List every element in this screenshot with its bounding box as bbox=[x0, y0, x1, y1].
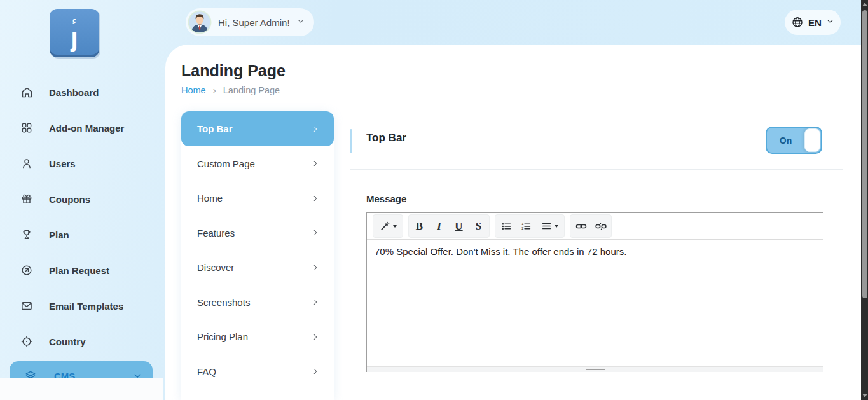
sidebar-item-dashboard[interactable]: Dashboard bbox=[0, 79, 162, 105]
sidebar-item-coupons[interactable]: Coupons bbox=[0, 186, 162, 212]
menu-item-label: Pricing Plan bbox=[197, 331, 248, 342]
gift-icon bbox=[20, 192, 34, 206]
target-icon bbox=[20, 334, 34, 348]
menu-item-label: Screenshots bbox=[197, 297, 250, 308]
sidebar-item-addon-manager[interactable]: Add-on Manager bbox=[0, 115, 162, 141]
menu-item-features[interactable]: Features bbox=[181, 216, 334, 251]
unlink-icon bbox=[595, 220, 607, 233]
menu-item-faq[interactable]: FAQ bbox=[181, 354, 334, 389]
breadcrumb-home-link[interactable]: Home bbox=[181, 85, 206, 95]
scrollbar-up-arrow[interactable] bbox=[861, 0, 868, 9]
strikethrough-button[interactable]: S bbox=[469, 216, 488, 237]
paragraph-group: 12 bbox=[495, 214, 565, 238]
trophy-icon bbox=[20, 228, 34, 242]
menu-item-label: FAQ bbox=[197, 366, 216, 377]
sidebar-item-label: Email Templates bbox=[49, 301, 123, 312]
sidebar-item-users[interactable]: Users bbox=[0, 151, 162, 176]
logo-glyph: ȷ bbox=[71, 25, 78, 50]
grid-icon bbox=[20, 121, 34, 135]
user-menu[interactable]: Hi, Super Admin! bbox=[186, 8, 314, 36]
menu-item-top-bar[interactable]: Top Bar bbox=[181, 111, 334, 146]
menu-item-label: Features bbox=[197, 228, 235, 238]
editor-resize-handle[interactable] bbox=[367, 366, 823, 372]
paragraph-align-button[interactable] bbox=[535, 216, 563, 237]
sidebar-bottom-fade bbox=[0, 378, 163, 400]
sidebar-item-label: Coupons bbox=[49, 194, 90, 205]
envelope-icon bbox=[20, 299, 34, 313]
chevron-down-icon bbox=[826, 17, 834, 28]
caret-down-icon bbox=[555, 225, 558, 228]
language-code: EN bbox=[808, 17, 822, 28]
italic-button[interactable]: I bbox=[429, 216, 449, 237]
numbered-list-icon: 12 bbox=[520, 221, 532, 232]
menu-item-pricing-plan[interactable]: Pricing Plan bbox=[181, 320, 334, 355]
link-icon bbox=[575, 220, 588, 233]
unlink-button[interactable] bbox=[591, 216, 610, 237]
editor-text: 70% Special Offer. Don't Miss it. The of… bbox=[375, 246, 815, 257]
sidebar-item-label: Users bbox=[49, 158, 76, 169]
chevron-right-icon bbox=[311, 159, 320, 168]
sidebar-item-plan[interactable]: Plan bbox=[0, 222, 162, 247]
chevron-right-icon bbox=[311, 333, 320, 341]
screen: ء ȷ Dashboard Add-on Manager Users bbox=[0, 0, 868, 400]
link-group bbox=[570, 214, 612, 238]
home-icon bbox=[20, 85, 34, 99]
underline-button[interactable]: U bbox=[449, 216, 469, 237]
chevron-right-icon bbox=[311, 125, 320, 134]
page-scrollbar[interactable] bbox=[861, 0, 868, 400]
align-icon bbox=[541, 221, 552, 231]
sidebar-item-label: Country bbox=[49, 336, 86, 347]
svg-text:2: 2 bbox=[521, 226, 523, 230]
chevron-right-icon bbox=[311, 298, 320, 307]
chevron-right-icon bbox=[311, 263, 320, 272]
sidebar-item-plan-request[interactable]: Plan Request bbox=[0, 258, 162, 283]
app-logo[interactable]: ء ȷ bbox=[50, 9, 99, 57]
sidebar-item-email-templates[interactable]: Email Templates bbox=[0, 293, 162, 319]
panel-accent-bar bbox=[350, 129, 352, 153]
menu-item-discover[interactable]: Discover bbox=[181, 251, 334, 286]
editor-toolbar: B I U S 12 bbox=[367, 213, 823, 240]
globe-icon bbox=[791, 16, 804, 29]
menu-item-label: Custom Page bbox=[197, 158, 255, 169]
menu-item-label: Home bbox=[197, 193, 223, 203]
breadcrumb-separator: › bbox=[213, 85, 216, 95]
chevron-right-icon bbox=[311, 194, 320, 203]
language-selector[interactable]: EN bbox=[785, 10, 841, 35]
bold-button[interactable]: B bbox=[410, 216, 429, 237]
magic-style-button[interactable] bbox=[374, 216, 402, 237]
scrollbar-down-arrow[interactable] bbox=[861, 391, 868, 400]
breadcrumb: Home › Landing Page bbox=[181, 85, 280, 95]
panel-divider bbox=[350, 169, 843, 170]
sidebar-item-label: Plan bbox=[49, 230, 69, 240]
top-bar-toggle[interactable]: On bbox=[766, 127, 822, 154]
style-group bbox=[373, 214, 403, 238]
page-title: Landing Page bbox=[181, 62, 286, 80]
greeting-text: Hi, Super Admin! bbox=[218, 17, 290, 28]
arrow-up-right-circle-icon bbox=[20, 263, 34, 277]
menu-item-home[interactable]: Home bbox=[181, 181, 334, 216]
link-button[interactable] bbox=[571, 216, 591, 237]
menu-item-label: Discover bbox=[197, 262, 234, 273]
scrollbar-thumb[interactable] bbox=[862, 10, 867, 298]
menu-item-custom-page[interactable]: Custom Page bbox=[181, 146, 334, 181]
chevron-down-icon bbox=[296, 17, 305, 28]
ordered-list-button[interactable]: 12 bbox=[516, 216, 535, 237]
section-menu: Top Bar Custom Page Home Features Discov… bbox=[181, 111, 334, 400]
toggle-state-label: On bbox=[780, 135, 792, 146]
sidebar-item-label: Add-on Manager bbox=[49, 123, 124, 134]
resize-grip-icon bbox=[586, 368, 605, 371]
caret-down-icon bbox=[393, 225, 397, 228]
unordered-list-button[interactable] bbox=[496, 216, 516, 237]
toggle-knob bbox=[804, 128, 820, 152]
chevron-right-icon bbox=[311, 228, 320, 237]
menu-item-screenshots[interactable]: Screenshots bbox=[181, 285, 334, 320]
sidebar-item-country[interactable]: Country bbox=[0, 329, 162, 354]
svg-text:1: 1 bbox=[521, 221, 523, 225]
chevron-right-icon bbox=[311, 367, 320, 376]
magic-wand-icon bbox=[380, 221, 390, 231]
font-style-group: B I U S bbox=[408, 214, 490, 238]
editor-content[interactable]: 70% Special Offer. Don't Miss it. The of… bbox=[367, 240, 823, 366]
rich-text-editor: B I U S 12 bbox=[366, 212, 823, 372]
menu-item-label: Top Bar bbox=[197, 123, 233, 134]
avatar bbox=[188, 10, 212, 34]
